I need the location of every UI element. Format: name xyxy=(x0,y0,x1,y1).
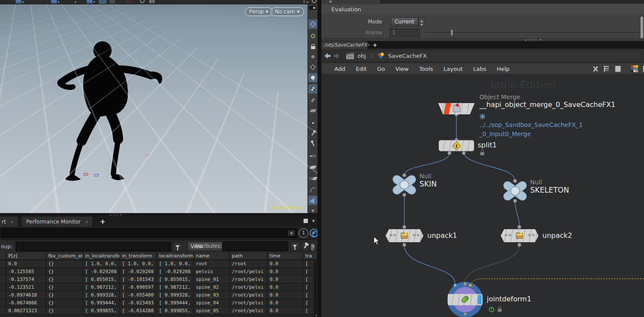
table-row[interactable]: -0.125585 {}[ -0.029208 [ -0.029208[ -0.… xyxy=(0,268,317,276)
table-row[interactable]: -0.123521 {}[ 0.987212, [ -0.090597[ 0.9… xyxy=(0,284,317,291)
input-dot-geometry[interactable] xyxy=(453,284,457,287)
bulb-off-icon[interactable]: ⊗ xyxy=(308,52,317,61)
menu-item[interactable]: Layout xyxy=(438,66,468,72)
node-skeleton[interactable] xyxy=(502,181,528,201)
dropdown-arrow-icon[interactable]: ▼ xyxy=(287,230,295,237)
close-icon[interactable]: × xyxy=(85,220,89,224)
spreadsheet-header-row[interactable]: P[z]fbx_custom_attin_localtransforin_tra… xyxy=(0,253,317,260)
column-header[interactable]: in_localtransfor xyxy=(83,253,120,260)
help-button[interactable]: ? xyxy=(311,242,314,251)
menu-item[interactable]: View xyxy=(390,66,414,72)
column-header[interactable]: name xyxy=(194,253,230,260)
column-header[interactable]: fbx_custom_att xyxy=(46,253,83,260)
pane-maximize-icon[interactable] xyxy=(304,219,308,223)
attributes-input[interactable] xyxy=(222,241,288,251)
pin-button[interactable] xyxy=(301,241,309,251)
back-arrow-icon[interactable] xyxy=(324,53,330,59)
prim-flat-icon[interactable] xyxy=(308,163,317,172)
column-header[interactable] xyxy=(0,253,6,260)
node-name[interactable]: unpack2 xyxy=(542,231,572,240)
group-input[interactable] xyxy=(16,242,171,251)
grid-icon[interactable] xyxy=(149,0,155,3)
pane-stub[interactable]: ▼ xyxy=(321,0,380,4)
column-header[interactable]: P[z] xyxy=(6,253,46,260)
table-row[interactable]: 0.00271323 {}[ 0.999855, [ -0.014288[ 0.… xyxy=(0,307,317,315)
mode-spinner[interactable]: ▲▼ xyxy=(418,17,425,27)
target-icon[interactable] xyxy=(312,0,317,3)
tab-performance-monitor[interactable]: Performance Monitor × xyxy=(22,217,93,227)
tab-partial[interactable]: rt × xyxy=(0,217,18,227)
frame-slider-handle[interactable] xyxy=(450,29,453,36)
horizontal-pane-splitter[interactable]: ▲ ⣿⣿⣿⣿ ▼ xyxy=(321,38,644,41)
handles-icon[interactable] xyxy=(99,0,106,3)
column-header[interactable]: time xyxy=(268,253,303,260)
color-palette-icon[interactable] xyxy=(631,65,638,73)
column-header[interactable]: tra xyxy=(303,253,317,260)
point-dot-icon[interactable] xyxy=(308,118,317,127)
dopnet-icon[interactable] xyxy=(140,0,145,3)
transform-tool-icon[interactable] xyxy=(16,0,21,3)
column-header[interactable]: in_transform xyxy=(120,253,157,260)
node-name[interactable]: jointdeform1 xyxy=(487,295,532,303)
menu-item[interactable]: Go xyxy=(372,66,390,72)
marker-pin-icon[interactable] xyxy=(308,139,317,148)
node-unpack1[interactable]: «« »» xyxy=(386,229,423,242)
new-tab-button[interactable]: + xyxy=(373,41,377,49)
prim-number-icon[interactable]: 12 xyxy=(308,174,317,183)
frame-input[interactable]: 1 xyxy=(390,29,420,37)
scene-viewport[interactable]: Persp ▼ No cam ▼ Indie Edition ▶ ⊗ xyxy=(0,4,317,213)
node-name[interactable]: SKELETON xyxy=(530,186,569,194)
move-tool-icon[interactable] xyxy=(87,0,92,3)
shade-mode-icon[interactable] xyxy=(308,96,317,105)
menu-item[interactable]: Tools xyxy=(414,66,438,72)
table-row[interactable]: -0.0974618 {}[ 0.999328, [ -0.055400[ 0.… xyxy=(0,291,317,299)
tree-view-icon[interactable] xyxy=(603,65,611,73)
node-skin[interactable] xyxy=(391,175,418,195)
bulb-diamond-icon[interactable] xyxy=(308,63,317,72)
mode-dropdown[interactable]: Current xyxy=(391,17,418,27)
group-filter-button[interactable] xyxy=(173,242,182,251)
node-name[interactable]: SKIN xyxy=(419,180,437,188)
menu-item[interactable]: Labs xyxy=(468,66,491,72)
texture-mode-icon[interactable] xyxy=(308,106,317,115)
loop-icon[interactable] xyxy=(308,31,317,40)
pin-icon[interactable] xyxy=(308,129,317,138)
chevron-down-icon[interactable]: ▼ xyxy=(312,219,315,223)
point-number-icon[interactable]: 12 xyxy=(308,151,317,160)
node-name[interactable]: unpack1 xyxy=(427,231,457,240)
lock-icon[interactable] xyxy=(308,42,317,51)
close-icon[interactable]: × xyxy=(10,220,14,224)
table-row[interactable]: -0.0674866 {}[ 0.999444, [ -0.023493[ 0.… xyxy=(0,299,317,307)
material-sphere-icon[interactable] xyxy=(308,84,317,93)
column-header[interactable]: path xyxy=(230,253,268,260)
persp-view-button[interactable]: Persp ▼ xyxy=(245,7,273,16)
attributes-filter-button[interactable] xyxy=(290,241,300,251)
node-object-merge[interactable] xyxy=(438,103,475,114)
new-tab-button[interactable]: + xyxy=(96,217,109,227)
node-unpack2[interactable]: «« »» xyxy=(501,229,538,242)
node-jointdeform1[interactable] xyxy=(447,282,483,317)
tab-obj-savecachefx[interactable]: /obj/SaveCacheFX × xyxy=(321,41,367,49)
column-header[interactable]: localtransform ( xyxy=(157,253,194,260)
breadcrumb-root[interactable]: obj xyxy=(357,53,366,59)
input-dot-skeleton[interactable] xyxy=(463,282,467,286)
curve-handle-icon[interactable] xyxy=(308,185,317,194)
node-flag[interactable] xyxy=(443,103,451,114)
camera-select-button[interactable]: No cam ▼ xyxy=(271,7,304,16)
list-view-icon[interactable] xyxy=(614,65,622,73)
forward-arrow-icon[interactable] xyxy=(334,53,340,59)
shaded-view-icon[interactable] xyxy=(308,20,317,29)
list-partial-icon[interactable] xyxy=(642,65,644,73)
frame-slider[interactable] xyxy=(425,32,644,33)
snap-icon[interactable] xyxy=(109,0,115,3)
headlight-icon[interactable] xyxy=(308,73,317,82)
select-tool-icon[interactable] xyxy=(51,0,57,3)
live-target-icon[interactable] xyxy=(310,229,318,237)
record-icon[interactable] xyxy=(126,0,131,3)
menu-item[interactable]: Help xyxy=(492,66,515,72)
node-name[interactable]: __hapi_object_merge_0_SaveCacheFX1 xyxy=(479,100,615,109)
spreadsheet-scrollbar[interactable]: ▲ xyxy=(314,260,317,317)
close-icon[interactable]: × xyxy=(367,43,370,47)
output-flag[interactable] xyxy=(478,295,482,304)
table-row[interactable]: 0.0 {}[ 1.0, 0.0, [ 1.0, 0.0,[ 1.0, 0.0,… xyxy=(0,260,317,268)
